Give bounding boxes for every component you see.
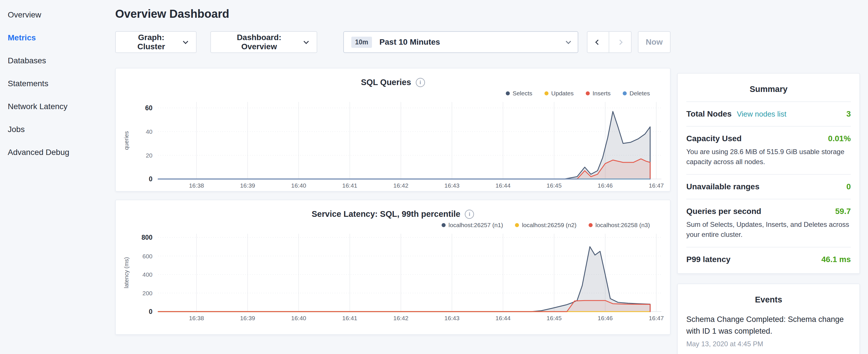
queries-per-second-label: Queries per second: [686, 207, 761, 216]
svg-text:16:41: 16:41: [342, 182, 358, 189]
svg-text:600: 600: [143, 253, 152, 259]
capacity-used-label: Capacity Used: [686, 134, 742, 143]
svg-text:20: 20: [146, 152, 152, 159]
summary-row-unavailable-ranges: Unavailable ranges 0: [686, 174, 851, 199]
capacity-used-value: 0.01%: [828, 134, 851, 143]
controls-bar: Graph: Cluster Dashboard: Overview 10m P…: [115, 31, 671, 53]
legend-dot-icon: [589, 223, 593, 227]
svg-text:16:47: 16:47: [649, 182, 664, 189]
chevron-left-icon: [595, 39, 601, 45]
svg-text:latency (ms): latency (ms): [123, 257, 129, 288]
service-latency-chart-card: Service Latency: SQL, 99th percentile lo…: [115, 200, 671, 335]
summary-card: Summary Total Nodes View nodes list 3 Ca…: [677, 73, 860, 274]
view-nodes-list-link[interactable]: View nodes list: [737, 110, 786, 119]
sidebar-item-statements[interactable]: Statements: [0, 72, 115, 95]
events-title: Events: [686, 284, 851, 312]
now-button[interactable]: Now: [638, 31, 671, 53]
time-range-dropdown[interactable]: 10m Past 10 Minutes: [343, 31, 578, 53]
svg-text:16:47: 16:47: [649, 315, 664, 321]
svg-text:16:46: 16:46: [598, 315, 613, 321]
svg-text:800: 800: [142, 234, 152, 241]
svg-text:16:43: 16:43: [444, 315, 460, 321]
chevron-down-icon: [566, 39, 571, 44]
p99-latency-value: 46.1 ms: [821, 255, 851, 264]
summary-row-total-nodes: Total Nodes View nodes list 3: [686, 101, 851, 126]
sidebar-item-advanced-debug[interactable]: Advanced Debug: [0, 141, 115, 164]
sidebar-item-jobs[interactable]: Jobs: [0, 118, 115, 141]
legend-item[interactable]: Inserts: [586, 90, 611, 97]
legend-label: localhost:26257 (n1): [448, 222, 503, 229]
events-card: Events Schema Change Completed: Schema c…: [677, 284, 860, 354]
graph-dropdown[interactable]: Graph: Cluster: [115, 31, 196, 53]
sidebar-item-overview[interactable]: Overview: [0, 3, 115, 26]
svg-text:0: 0: [149, 175, 152, 183]
legend-item[interactable]: Selects: [506, 90, 532, 97]
svg-text:40: 40: [146, 128, 152, 135]
service-latency-chart: 16:3816:3916:4016:4116:4216:4316:4416:45…: [116, 229, 670, 324]
time-back-button[interactable]: [587, 31, 609, 53]
legend-dot-icon: [442, 223, 445, 227]
svg-text:16:38: 16:38: [189, 315, 204, 321]
dashboard-dropdown-label: Dashboard: Overview: [219, 33, 299, 51]
legend-item[interactable]: localhost:26257 (n1): [442, 222, 503, 229]
chart-title-row: SQL Queries: [116, 68, 670, 87]
total-nodes-label: Total Nodes: [686, 109, 732, 119]
page-title: Overview Dashboard: [115, 7, 671, 20]
summary-row-p99-latency: P99 latency 46.1 ms: [686, 247, 851, 271]
summary-title: Summary: [686, 74, 851, 101]
p99-latency-label: P99 latency: [686, 255, 731, 264]
sidebar-item-network-latency[interactable]: Network Latency: [0, 95, 115, 118]
chart-legend: localhost:26257 (n1)localhost:26259 (n2)…: [116, 219, 670, 227]
chevron-right-icon: [618, 39, 623, 45]
queries-per-second-value: 59.7: [835, 207, 851, 216]
chart-title: Service Latency: SQL, 99th percentile: [312, 210, 461, 219]
chevron-down-icon: [304, 39, 309, 44]
time-forward-button[interactable]: [609, 31, 631, 53]
legend-item[interactable]: localhost:26259 (n2): [515, 222, 576, 229]
sql-queries-chart-card: SQL Queries SelectsUpdatesInsertsDeletes…: [115, 68, 671, 192]
info-icon[interactable]: [465, 210, 474, 219]
legend-dot-icon: [515, 223, 519, 227]
right-sidebar: Summary Total Nodes View nodes list 3 Ca…: [677, 73, 860, 354]
svg-text:queries: queries: [123, 131, 129, 150]
chart-title-row: Service Latency: SQL, 99th percentile: [116, 200, 670, 219]
event-message: Schema Change Completed: Schema change w…: [686, 314, 851, 337]
svg-text:16:45: 16:45: [547, 182, 562, 189]
event-timestamp: May 13, 2020 at 4:45 PM: [686, 340, 851, 348]
event-item[interactable]: Schema Change Completed: Schema change w…: [686, 314, 851, 348]
svg-text:16:38: 16:38: [189, 182, 204, 189]
svg-text:0: 0: [149, 308, 152, 315]
total-nodes-value: 3: [846, 109, 851, 119]
svg-text:16:42: 16:42: [394, 315, 409, 321]
svg-text:16:40: 16:40: [291, 315, 306, 321]
legend-label: Selects: [513, 90, 532, 97]
svg-text:16:42: 16:42: [394, 182, 409, 189]
legend-label: Deletes: [629, 90, 650, 97]
legend-label: localhost:26258 (n3): [595, 222, 650, 229]
svg-text:16:43: 16:43: [444, 182, 460, 189]
chevron-down-icon: [183, 39, 188, 44]
info-icon[interactable]: [416, 78, 425, 87]
legend-dot-icon: [623, 91, 627, 95]
legend-label: localhost:26259 (n2): [522, 222, 576, 229]
svg-text:16:44: 16:44: [495, 315, 510, 321]
dashboard-dropdown[interactable]: Dashboard: Overview: [210, 31, 317, 53]
svg-text:400: 400: [143, 271, 152, 278]
svg-text:16:40: 16:40: [291, 182, 306, 189]
main-content: Overview Dashboard Graph: Cluster Dashbo…: [115, 0, 671, 335]
svg-text:60: 60: [145, 104, 152, 112]
svg-text:16:39: 16:39: [240, 182, 255, 189]
legend-dot-icon: [586, 91, 590, 95]
chart-title: SQL Queries: [361, 77, 411, 87]
svg-text:16:44: 16:44: [495, 182, 510, 189]
unavailable-ranges-label: Unavailable ranges: [686, 182, 760, 191]
legend-item[interactable]: localhost:26258 (n3): [589, 222, 650, 229]
sidebar-item-databases[interactable]: Databases: [0, 49, 115, 72]
sidebar-item-metrics[interactable]: Metrics: [0, 26, 115, 49]
capacity-used-description: You are using 28.6 MiB of 515.9 GiB usab…: [686, 147, 851, 167]
legend-item[interactable]: Deletes: [623, 90, 650, 97]
legend-dot-icon: [545, 91, 549, 95]
legend-item[interactable]: Updates: [545, 90, 574, 97]
summary-row-queries-per-second: Queries per second 59.7 Sum of Selects, …: [686, 199, 851, 247]
svg-text:16:46: 16:46: [598, 182, 613, 189]
